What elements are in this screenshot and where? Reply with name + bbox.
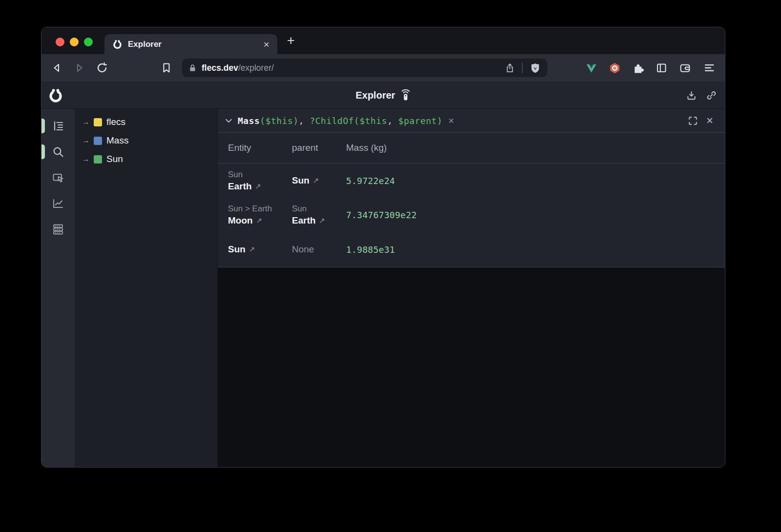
query-term: ?ChildOf($this <box>309 116 387 126</box>
query-separator: , <box>299 116 310 126</box>
sidebar-toggle-icon[interactable] <box>656 62 667 74</box>
entity-cell: Sun > Earth Moon ↗ <box>228 198 292 232</box>
tab-favicon-flecs-icon <box>112 39 123 49</box>
browser-tab-explorer[interactable]: Explorer × <box>104 34 277 54</box>
new-tab-button[interactable]: + <box>287 33 295 48</box>
mass-cell: 1.9885e31 <box>346 232 725 267</box>
url-path: /explorer/ <box>238 63 274 73</box>
mass-value: 1.9885e31 <box>346 245 721 255</box>
clear-query-button[interactable]: × <box>449 116 454 125</box>
close-query-panel-button[interactable]: × <box>706 115 713 126</box>
main-content: → flecs → Mass → Sun <box>41 109 725 467</box>
app-header-actions <box>686 90 717 101</box>
tree-item-label[interactable]: flecs <box>106 117 125 127</box>
parent-cell: Sun Earth ↗ <box>292 198 346 232</box>
reload-button[interactable] <box>96 62 108 74</box>
window-minimize-button[interactable] <box>70 38 79 46</box>
bookmark-icon[interactable] <box>161 62 172 74</box>
entity-path: Sun > Earth <box>228 203 288 214</box>
table-row: Sun > Earth Moon ↗ Sun Earth ↗ <box>218 198 725 232</box>
query-term: Mass <box>238 116 260 126</box>
mass-value: 5.9722e24 <box>346 176 721 186</box>
tables-panel-icon[interactable] <box>52 223 64 236</box>
entity-cell: Sun Earth ↗ <box>228 164 292 198</box>
external-link-icon[interactable]: ↗ <box>255 180 262 193</box>
column-header-entity: Entity <box>228 133 292 163</box>
entity-link[interactable]: Moon <box>228 214 253 227</box>
entity-link[interactable]: Earth <box>228 180 252 193</box>
query-term: $parent) <box>398 116 443 126</box>
table-row: Sun Earth ↗ Sun ↗ 5.972 <box>218 164 725 198</box>
column-header-mass: Mass (kg) <box>346 133 725 163</box>
urlbar-right-icons <box>504 62 541 74</box>
parent-link[interactable]: Earth <box>292 214 316 227</box>
tab-close-button[interactable]: × <box>264 39 269 49</box>
entity-color-swatch <box>94 137 102 145</box>
expand-arrow-icon[interactable]: → <box>82 155 94 164</box>
parent-cell: Sun ↗ <box>292 164 346 198</box>
column-header-parent: parent <box>292 133 346 163</box>
parent-path: Sun <box>292 203 342 214</box>
copy-link-icon[interactable] <box>706 90 717 101</box>
back-button[interactable] <box>51 62 62 74</box>
urlbar-separator <box>522 62 523 73</box>
query-expression[interactable]: Mass($this), ?ChildOf($this, $parent) <box>238 116 443 126</box>
url-text: flecs.dev/explorer/ <box>202 63 274 73</box>
entity-tree-panel-icon[interactable] <box>52 120 64 132</box>
traffic-lights <box>56 38 93 46</box>
tree-item-label[interactable]: Mass <box>106 135 128 146</box>
table-row: Sun ↗ None 1.9885e31 <box>218 232 725 267</box>
tree-item-flecs[interactable]: → flecs <box>75 113 217 131</box>
mass-cell: 5.9722e24 <box>346 164 725 198</box>
share-icon[interactable] <box>504 62 515 74</box>
external-link-icon[interactable]: ↗ <box>249 243 255 256</box>
tree-item-mass[interactable]: → Mass <box>75 131 217 150</box>
entity-tree-panel: → flecs → Mass → Sun <box>75 109 218 467</box>
inspector-panel-icon[interactable] <box>52 171 64 184</box>
entity-path: Sun <box>228 169 288 180</box>
collapse-chevron-icon[interactable] <box>225 117 233 125</box>
parent-none-label: None <box>292 243 314 256</box>
entity-cell: Sun ↗ <box>228 232 292 267</box>
browser-toolbar: flecs.dev/explorer/ <box>41 54 725 82</box>
external-link-icon[interactable]: ↗ <box>313 174 319 187</box>
url-bar[interactable]: flecs.dev/explorer/ <box>182 59 547 77</box>
query-separator: , <box>387 116 398 126</box>
query-header: Mass($this), ?ChildOf($this, $parent) × … <box>218 109 725 133</box>
tree-item-label[interactable]: Sun <box>106 154 123 164</box>
forward-button[interactable] <box>74 62 85 74</box>
tab-strip: Explorer × + <box>41 27 725 54</box>
query-panel: Mass($this), ?ChildOf($this, $parent) × … <box>218 109 725 467</box>
mass-cell: 7.34767309e22 <box>346 198 725 232</box>
download-icon[interactable] <box>686 90 697 101</box>
window-zoom-button[interactable] <box>84 38 93 46</box>
external-link-icon[interactable]: ↗ <box>256 214 263 227</box>
entity-color-swatch <box>94 118 102 126</box>
brave-shield-icon[interactable] <box>529 62 541 74</box>
window-close-button[interactable] <box>56 38 64 46</box>
remote-connection-icon[interactable] <box>400 89 411 102</box>
fullscreen-icon[interactable] <box>688 116 698 126</box>
wallet-icon[interactable] <box>679 62 691 74</box>
chart-panel-icon[interactable] <box>52 197 64 210</box>
extension-hex-icon[interactable] <box>609 62 620 74</box>
tree-item-sun[interactable]: → Sun <box>75 150 217 168</box>
app-title-group: Explorer <box>41 82 725 109</box>
parent-link[interactable]: Sun <box>292 174 309 187</box>
search-panel-icon[interactable] <box>52 145 64 158</box>
mass-value: 7.34767309e22 <box>346 210 721 220</box>
table-header: Entity parent Mass (kg) <box>218 133 725 164</box>
expand-arrow-icon[interactable]: → <box>82 118 94 126</box>
parent-cell: None <box>292 232 346 267</box>
browser-menu-icon[interactable] <box>703 62 715 74</box>
lock-icon <box>188 63 197 73</box>
external-link-icon[interactable]: ↗ <box>319 214 326 227</box>
extension-vue-devtools-icon[interactable] <box>585 62 597 74</box>
sidebar-rail <box>41 109 75 467</box>
extensions-puzzle-icon[interactable] <box>632 62 644 74</box>
entity-link[interactable]: Sun <box>228 243 246 256</box>
active-panel-indicator <box>41 144 45 159</box>
app-header: Explorer <box>41 82 725 109</box>
expand-arrow-icon[interactable]: → <box>82 136 94 145</box>
active-panel-indicator <box>41 119 45 133</box>
